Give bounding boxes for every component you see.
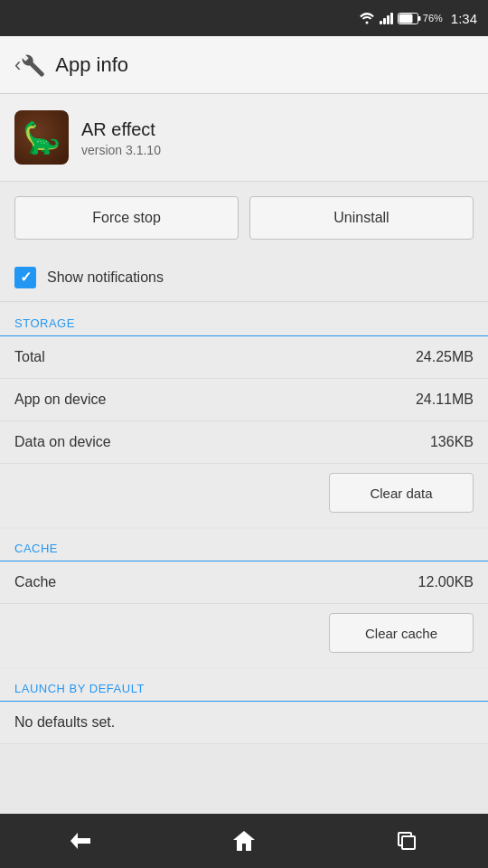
battery-icon: 76% [398,13,443,24]
total-value: 24.25MB [416,349,474,365]
data-on-device-label: Data on device [14,434,111,450]
cache-section-header: CACHE [0,529,488,561]
total-label: Total [14,349,45,365]
back-arrow-icon: ‹ [14,53,21,77]
toolbar: ‹ App info [0,36,488,94]
status-icons: 76% 1:34 [359,11,477,26]
storage-total-row: Total 24.25MB [0,336,488,379]
nav-recents-button[interactable] [385,819,428,863]
force-stop-button[interactable]: Force stop [14,196,239,240]
notifications-row: ✓ Show notifications [0,254,488,302]
navigation-bar [0,814,488,868]
status-time: 1:34 [451,11,477,26]
app-name: AR effect [81,118,161,141]
nav-back-button[interactable] [60,819,103,863]
app-info-header: 🦕 AR effect version 3.1.10 [0,94,488,182]
tools-icon [21,52,46,78]
clear-data-row: Clear data [0,464,488,527]
signal-icon [380,12,393,24]
cache-row: Cache 12.00KB [0,561,488,604]
cache-section: CACHE Cache 12.00KB Clear cache [0,529,488,667]
data-on-device-value: 136KB [430,434,474,450]
storage-app-row: App on device 24.11MB [0,379,488,421]
nav-home-button[interactable] [222,819,266,863]
notifications-label: Show notifications [47,269,164,286]
svg-point-3 [24,55,28,59]
storage-section-header: STORAGE [0,304,488,336]
status-bar: 76% 1:34 [0,0,488,36]
action-buttons: Force stop Uninstall [0,182,488,254]
clear-cache-button[interactable]: Clear cache [329,613,474,653]
app-on-device-value: 24.11MB [416,392,474,408]
launch-by-default-header: LAUNCH BY DEFAULT [0,669,488,702]
nav-home-icon [231,829,257,853]
checkmark-icon: ✓ [20,270,32,285]
cache-label: Cache [14,574,56,590]
uninstall-button[interactable]: Uninstall [249,196,474,240]
launch-by-default-section: LAUNCH BY DEFAULT No defaults set. [0,669,488,744]
page-title: App info [55,53,128,77]
no-defaults-row: No defaults set. [0,702,488,744]
svg-rect-5 [402,836,415,849]
clear-data-button[interactable]: Clear data [329,473,474,513]
wifi-icon [359,12,375,24]
battery-percent: 76% [423,13,443,24]
cache-value: 12.00KB [418,574,474,590]
app-icon: 🦕 [14,110,69,165]
nav-recents-icon [396,830,418,852]
back-button[interactable]: ‹ [14,52,46,78]
main-content: 🦕 AR effect version 3.1.10 Force stop Un… [0,94,488,814]
clear-cache-row: Clear cache [0,604,488,667]
svg-rect-1 [418,16,420,21]
svg-rect-2 [399,14,412,23]
show-notifications-checkbox[interactable]: ✓ [14,267,36,288]
nav-back-icon [69,831,94,851]
app-on-device-label: App on device [14,392,106,408]
no-defaults-label: No defaults set. [14,714,115,731]
app-details: AR effect version 3.1.10 [81,118,161,157]
storage-section: STORAGE Total 24.25MB App on device 24.1… [0,304,488,527]
storage-data-row: Data on device 136KB [0,421,488,464]
app-version: version 3.1.10 [81,143,161,157]
